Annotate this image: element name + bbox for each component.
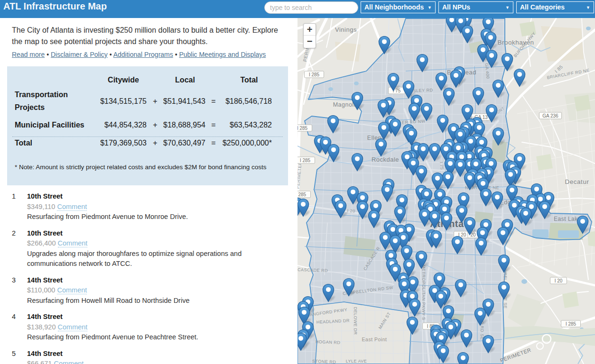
svg-text:Decatur: Decatur <box>565 178 589 185</box>
svg-text:DELOWE DR: DELOWE DR <box>353 307 358 335</box>
svg-text:I 285: I 285 <box>309 72 320 77</box>
svg-text:GA 236: GA 236 <box>542 113 558 118</box>
svg-text:I 20: I 20 <box>555 278 563 283</box>
svg-text:I 285: I 285 <box>298 192 307 197</box>
svg-text:LYLE AVE: LYLE AVE <box>346 359 367 364</box>
svg-text:I 285: I 285 <box>566 321 576 327</box>
svg-text:Rockdale: Rockdale <box>372 156 399 163</box>
svg-text:Vinings: Vinings <box>335 26 357 33</box>
svg-text:East Point: East Point <box>362 337 387 342</box>
svg-text:I 285: I 285 <box>298 126 308 131</box>
svg-text:STONE RD: STONE RD <box>312 359 336 364</box>
svg-text:I 75: I 75 <box>439 162 444 170</box>
svg-text:I 20: I 20 <box>347 208 355 213</box>
svg-text:HOGAN RD: HOGAN RD <box>316 339 341 345</box>
svg-text:I 285: I 285 <box>300 158 311 163</box>
